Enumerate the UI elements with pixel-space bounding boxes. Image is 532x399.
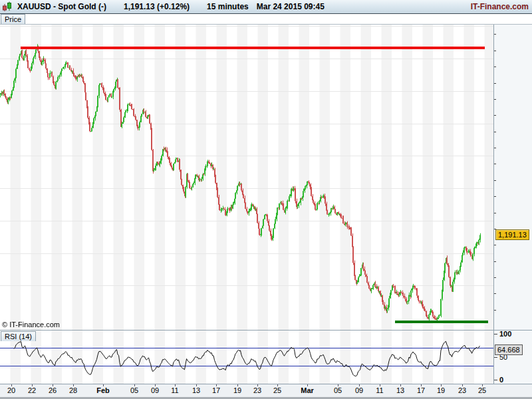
time-axis-label: 19: [233, 386, 241, 394]
price-axis-tick: [494, 51, 496, 51]
time-axis-label: Feb: [96, 386, 110, 394]
brand-link[interactable]: IT-Finance.com: [471, 2, 529, 11]
rsi-axis-label: 0: [499, 376, 503, 384]
price-chart-canvas[interactable]: [0, 25, 493, 330]
time-axis-label: 23: [458, 386, 466, 394]
rsi-value-badge: 64.668: [495, 344, 523, 355]
time-axis-label: 23: [253, 386, 261, 394]
time-axis-label: 26: [49, 386, 57, 394]
time-axis: 20222628Feb0509111317192325Mar0509111317…: [0, 384, 532, 397]
time-axis-label: 09: [355, 386, 363, 394]
last-price-badge: 1,191.13: [495, 229, 529, 240]
datetime-label: Mar 24 2015 09:45: [257, 2, 325, 11]
price-axis-tick: [494, 83, 496, 84]
price-axis-tick: [494, 213, 496, 213]
price-axis-tick: [494, 115, 496, 116]
price-axis-tick: [494, 99, 496, 100]
time-axis-label: 28: [69, 386, 77, 394]
time-axis-label: 17: [417, 386, 425, 394]
time-axis-label: 11: [376, 386, 383, 394]
price-axis-tick: [494, 196, 496, 197]
price-axis-tick: [494, 245, 496, 245]
price-axis-tick: [494, 293, 496, 294]
time-axis-label: 19: [437, 386, 445, 394]
candlestick-chart-icon: [2, 1, 13, 12]
axis-divider: [493, 25, 494, 384]
copyright-label: © IT-Finance.com: [2, 321, 60, 329]
rsi-axis-tick: [494, 380, 497, 380]
time-axis-label: 05: [130, 386, 138, 394]
price-axis-tick: [494, 66, 496, 67]
timeframe-label: 15 minutes: [207, 2, 249, 11]
title-bar: XAUUSD - Spot Gold (-) 1,191.13 (+0.12%)…: [0, 0, 532, 14]
time-axis-label: Mar: [301, 386, 314, 394]
rsi-chart-canvas[interactable]: [0, 331, 493, 384]
time-axis-label: 09: [151, 386, 159, 394]
rsi-axis-tick: [494, 357, 497, 358]
time-axis-label: 17: [212, 386, 220, 394]
price-axis: [494, 25, 532, 330]
last-price-change: 1,191.13 (+0.12%): [124, 2, 190, 11]
price-axis-tick: [494, 261, 496, 262]
rsi-axis: 100500: [494, 331, 532, 384]
price-axis-tick: [494, 34, 496, 35]
time-axis-label: 13: [396, 386, 404, 394]
price-axis-tick: [494, 310, 496, 311]
tab-price[interactable]: Price: [1, 14, 25, 24]
price-axis-tick: [494, 277, 496, 278]
time-axis-label: 25: [478, 386, 486, 394]
price-axis-tick: [494, 164, 496, 164]
tab-rsi[interactable]: RSI (14): [1, 331, 36, 341]
price-axis-tick: [494, 132, 496, 132]
time-axis-label: 05: [334, 386, 342, 394]
time-axis-label: 20: [7, 386, 15, 394]
rsi-axis-tick: [494, 334, 497, 334]
time-axis-label: 22: [28, 386, 36, 394]
time-axis-label: 25: [273, 386, 281, 394]
price-axis-tick: [494, 180, 496, 181]
time-axis-label: 13: [192, 386, 200, 394]
symbol-title: XAUUSD - Spot Gold (-): [17, 2, 106, 11]
time-axis-label: 11: [171, 386, 178, 394]
rsi-axis-label: 100: [499, 330, 511, 338]
price-axis-tick: [494, 148, 496, 148]
